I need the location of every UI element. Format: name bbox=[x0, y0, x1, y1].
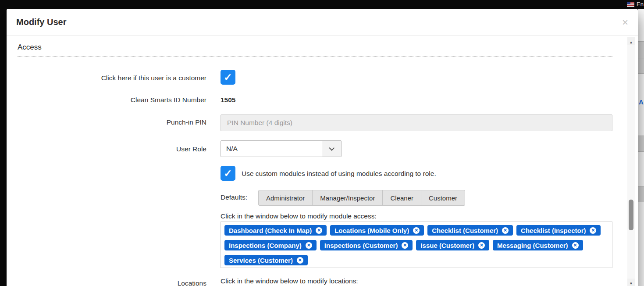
locations-hint: Click in the window below to modify loca… bbox=[221, 277, 358, 286]
remove-module-icon[interactable] bbox=[402, 242, 408, 249]
section-title-access: Access bbox=[18, 43, 42, 52]
module-tag[interactable]: Issue (Customer) bbox=[416, 240, 489, 250]
modal-body: Access Click here if this user is a cust… bbox=[7, 36, 638, 286]
module-tag-label: Locations (Mobile Only) bbox=[334, 227, 409, 234]
module-tag-label: Checklist (Customer) bbox=[432, 227, 498, 234]
default-role-button[interactable]: Manager/Inspector bbox=[312, 190, 383, 206]
module-tag[interactable]: Services (Customer) bbox=[224, 255, 308, 265]
remove-module-icon[interactable] bbox=[413, 227, 420, 234]
close-button[interactable]: × bbox=[622, 17, 628, 28]
module-tag-label: Inspections (Company) bbox=[229, 242, 302, 249]
module-tag-label: Inspections (Customer) bbox=[324, 242, 398, 249]
module-tag[interactable]: Messaging (Customer) bbox=[493, 240, 583, 250]
triangle-down-icon bbox=[630, 279, 633, 286]
module-tag-label: Issue (Customer) bbox=[420, 242, 474, 249]
remove-module-icon[interactable] bbox=[478, 242, 485, 249]
section-divider bbox=[18, 56, 612, 57]
language-label: En bbox=[637, 1, 644, 7]
flag-union bbox=[627, 2, 630, 4]
default-role-button[interactable]: Customer bbox=[421, 190, 465, 206]
pin-input[interactable] bbox=[221, 114, 612, 131]
background-row-fragment bbox=[638, 186, 644, 202]
modal-title: Modify User bbox=[16, 17, 66, 27]
user-role-value: N/A bbox=[221, 141, 323, 157]
scroll-down-button[interactable] bbox=[627, 279, 635, 286]
modal-header: Modify User × bbox=[7, 9, 638, 36]
module-access-hint: Click in the window below to modify modu… bbox=[221, 212, 377, 221]
remove-module-icon[interactable] bbox=[590, 227, 596, 234]
scrollbar-thumb[interactable] bbox=[629, 200, 633, 230]
default-role-button[interactable]: Administrator bbox=[258, 190, 313, 206]
user-role-select[interactable]: N/A bbox=[221, 140, 342, 157]
screen: En A Modify User × Access Click here if … bbox=[0, 0, 644, 286]
modify-user-modal: Modify User × Access Click here if this … bbox=[7, 9, 638, 286]
clean-smarts-id-label: Clean Smarts ID Number bbox=[7, 96, 206, 104]
remove-module-icon[interactable] bbox=[297, 257, 303, 264]
module-tag[interactable]: Locations (Mobile Only) bbox=[330, 225, 424, 236]
scroll-up-button[interactable] bbox=[627, 37, 635, 45]
background-page-fragment: A bbox=[638, 9, 644, 286]
module-tag[interactable]: Checklist (Customer) bbox=[427, 225, 513, 236]
module-tag[interactable]: Inspections (Customer) bbox=[320, 240, 413, 250]
triangle-up-icon bbox=[630, 37, 633, 45]
custom-modules-checkbox[interactable] bbox=[221, 166, 235, 181]
background-link-fragment[interactable]: A bbox=[639, 98, 644, 106]
customer-checkbox[interactable] bbox=[221, 70, 235, 85]
module-tag-label: Messaging (Customer) bbox=[497, 242, 568, 249]
checkmark-icon bbox=[224, 168, 232, 179]
custom-modules-label: Use custom modules instead of using modu… bbox=[242, 169, 436, 178]
user-role-label: User Role bbox=[7, 145, 206, 154]
remove-module-icon[interactable] bbox=[502, 227, 509, 234]
module-tag-label: Checklist (Inspector) bbox=[521, 227, 586, 234]
default-role-button[interactable]: Cleaner bbox=[382, 190, 421, 206]
remove-module-icon[interactable] bbox=[572, 242, 579, 249]
module-access-box[interactable]: Dashboard (Check In Map) Locations (Mobi… bbox=[221, 222, 612, 268]
defaults-button-group: Administrator Manager/Inspector Cleaner … bbox=[258, 190, 465, 206]
us-flag-icon bbox=[627, 2, 634, 7]
remove-module-icon[interactable] bbox=[306, 242, 312, 249]
module-tag[interactable]: Dashboard (Check In Map) bbox=[224, 225, 327, 236]
locations-label: Locations bbox=[7, 279, 206, 286]
language-selector[interactable]: En bbox=[627, 1, 644, 7]
modal-scrollbar[interactable] bbox=[627, 37, 635, 286]
punch-in-pin-label: Punch-in PIN bbox=[7, 118, 206, 127]
module-tag[interactable]: Checklist (Inspector) bbox=[516, 225, 601, 236]
remove-module-icon[interactable] bbox=[316, 227, 322, 234]
background-row-fragment bbox=[638, 41, 644, 74]
checkmark-icon bbox=[224, 72, 232, 82]
clean-smarts-id-value: 1505 bbox=[221, 96, 235, 104]
chevron-down-icon bbox=[329, 145, 334, 151]
customer-checkbox-label: Click here if this user is a customer bbox=[7, 74, 206, 82]
module-tag-label: Dashboard (Check In Map) bbox=[229, 227, 312, 234]
module-tag[interactable]: Inspections (Company) bbox=[224, 240, 317, 250]
select-dropdown-button[interactable] bbox=[323, 141, 341, 157]
top-bar: En bbox=[0, 0, 644, 9]
background-row-fragment bbox=[638, 136, 644, 152]
module-tag-label: Services (Customer) bbox=[229, 257, 293, 264]
defaults-label: Defaults: bbox=[221, 193, 247, 202]
